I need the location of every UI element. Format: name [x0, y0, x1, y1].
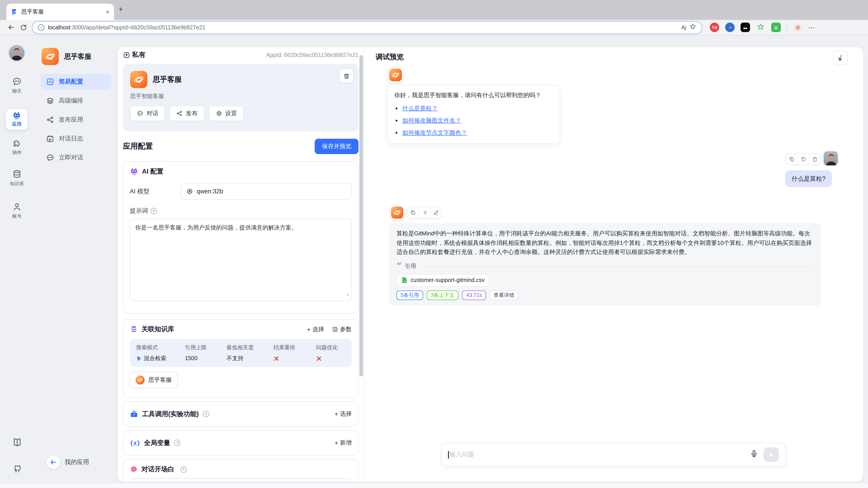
rail-label: 聊天	[0, 88, 34, 94]
quoted-file-name: customer-support-gitmind.csv	[410, 277, 485, 283]
suggest-link[interactable]: 如何修改脑图文件名？	[402, 117, 461, 124]
config-scrollbar[interactable]	[360, 55, 363, 377]
quote-row: “ 引用	[397, 262, 814, 270]
quoted-file-chip[interactable]: csv customer-support-gitmind.csv	[397, 274, 490, 286]
content-card: 私有 AppId: 6620c59ac051136e9b827e21 思乎客服	[118, 47, 863, 482]
site-info-icon[interactable]: i	[38, 24, 44, 31]
menu-label: 简易配置	[59, 78, 83, 86]
kb-dataset-chip[interactable]: 思乎客服	[130, 371, 178, 388]
welcome-text: 你好，我是思乎智能客服，请问有什么可以帮到您的吗？	[394, 91, 553, 100]
user-avatar-rail[interactable]	[9, 45, 24, 61]
person-icon	[0, 202, 34, 212]
quote-count-badge[interactable]: 5条引用	[397, 290, 423, 300]
resize-handle-icon[interactable]	[344, 290, 349, 299]
welcome-message-bubble: 你好，我是思乎智能客服，请问有什么可以帮到您的吗？ 什么是算粒？ 如何修改脑图文…	[388, 85, 560, 143]
prompt-textarea[interactable]: 你是一名思乎客服，为用户反馈的问题，提供满意的解决方案。	[130, 219, 352, 301]
browser-tab[interactable]: 思乎客服 ×	[6, 4, 114, 20]
send-button[interactable]	[764, 447, 779, 462]
edit-icon[interactable]	[430, 207, 441, 218]
suggest-link[interactable]: 如何修改节点文字颜色？	[402, 129, 467, 136]
rail-item-knowledge[interactable]: 知识库	[0, 169, 34, 187]
chat-bubble-icon	[137, 110, 143, 117]
microphone-icon[interactable]	[750, 450, 758, 459]
menu-item-chat-logs[interactable]: 对话日志	[41, 131, 111, 147]
quote-label: 引用	[405, 262, 416, 270]
model-select[interactable]: qwen:32b	[180, 183, 352, 200]
reload-icon[interactable]	[17, 22, 30, 33]
url-bar[interactable]: i localhost:3000/app/detail?appId=6620c5…	[33, 22, 702, 33]
kb-title: 关联知识库	[142, 325, 174, 333]
layers-icon	[46, 97, 54, 105]
menu-label: 对话日志	[59, 135, 83, 143]
share-icon	[46, 116, 54, 124]
menu-item-advanced-flow[interactable]: 高级编排	[41, 93, 111, 109]
delete-icon[interactable]	[809, 154, 820, 164]
kb-quote-limit: 1500	[185, 355, 226, 361]
app-card-actions: 对话 发布 设置	[130, 106, 351, 121]
github-icon[interactable]	[0, 464, 34, 474]
chat-input-bar[interactable]: 输入问题	[441, 443, 786, 466]
assistant-message-toolbar	[407, 206, 442, 218]
chat-input-placeholder: 输入问题	[450, 451, 750, 459]
profile-avatar-pig[interactable]	[793, 23, 802, 32]
copy-icon[interactable]	[407, 207, 418, 218]
help-question-icon[interactable]: ?	[174, 440, 181, 446]
kb-select-button[interactable]: +选择	[307, 325, 324, 333]
tools-select-button[interactable]: +选择	[335, 410, 352, 418]
copy-icon[interactable]	[786, 154, 798, 164]
extension-green-star-icon[interactable]	[756, 23, 765, 32]
suggest-link[interactable]: 什么是算粒？	[402, 105, 438, 111]
rail-item-chat[interactable]: 聊天	[0, 77, 34, 94]
duration-badge[interactable]: 43.71s	[462, 290, 486, 300]
clear-history-button[interactable]	[833, 51, 848, 65]
save-preview-button[interactable]: 保存并预览	[315, 139, 359, 154]
kb-database-icon	[130, 325, 138, 333]
rail-label: 账号	[0, 213, 34, 220]
help-question-icon[interactable]: ?	[180, 466, 186, 473]
menu-item-simple-config[interactable]: 简易配置	[41, 74, 111, 90]
bookmark-star-icon[interactable]	[689, 23, 696, 32]
menu-item-chat-now[interactable]: 立即对话	[41, 150, 111, 166]
knowledge-base-card: 关联知识库 +选择 参数	[123, 319, 359, 398]
rail-item-apps[interactable]: 应用	[6, 109, 28, 130]
back-icon[interactable]	[4, 22, 17, 33]
kb-search-mode: 混合检索	[136, 355, 185, 362]
settings-action-button[interactable]: 设置	[209, 106, 244, 121]
extension-yd-icon[interactable]: Yd	[710, 23, 719, 32]
tab-close-icon[interactable]: ×	[106, 8, 110, 15]
my-apps-back[interactable]: 我的应用	[46, 455, 89, 469]
docs-book-icon[interactable]	[0, 437, 34, 447]
rail-item-account[interactable]: 账号	[0, 202, 34, 220]
extension-black-icon[interactable]	[741, 23, 750, 32]
publish-action-button[interactable]: 发布	[169, 106, 204, 121]
reader-mode-icon[interactable]: A)	[681, 24, 686, 31]
kb-search-table: 搜索模式 引用上限 最低相关度 结果重排 问题优化 混合检索	[130, 339, 352, 367]
extension-blue-icon[interactable]	[725, 23, 735, 32]
tab-title: 思乎客服	[21, 8, 102, 15]
chat-action-button[interactable]: 对话	[130, 106, 165, 121]
kb-th: 最低相关度	[226, 344, 274, 351]
extension-green-box-icon[interactable]	[771, 23, 781, 32]
calendar-log-icon	[46, 135, 54, 143]
variables-add-button[interactable]: +新增	[335, 439, 352, 447]
browser-menu-icon[interactable]: ⋯	[808, 23, 815, 31]
menu-item-publish[interactable]: 发布应用	[41, 111, 111, 128]
view-detail-button[interactable]: 查看详情	[490, 290, 519, 300]
gear-icon	[216, 110, 222, 117]
opening-textarea[interactable]: 你好，我是思乎智能客服，请问有什么可以帮到你的吗？	[130, 478, 352, 482]
kb-params-button[interactable]: 参数	[332, 325, 352, 333]
context-count-badge[interactable]: 3条上下文	[427, 290, 459, 300]
toolbar-divider	[786, 24, 787, 31]
rail-item-plugins[interactable]: 插件	[0, 138, 34, 156]
new-tab-button[interactable]: +	[119, 5, 123, 14]
list-item: 如何修改脑图文件名？	[402, 116, 553, 125]
retry-icon[interactable]	[798, 154, 809, 164]
puzzle-icon	[0, 138, 34, 148]
help-question-icon[interactable]: ?	[150, 208, 157, 214]
delete-app-button[interactable]	[340, 69, 353, 83]
text-to-speech-icon[interactable]	[418, 207, 430, 218]
url-text[interactable]: localhost:3000/app/detail?appId=6620c59a…	[48, 24, 678, 31]
help-question-icon[interactable]: ?	[203, 411, 209, 417]
plus-icon: +	[335, 439, 338, 447]
model-row: AI 模型 qwen:32b	[130, 183, 352, 200]
